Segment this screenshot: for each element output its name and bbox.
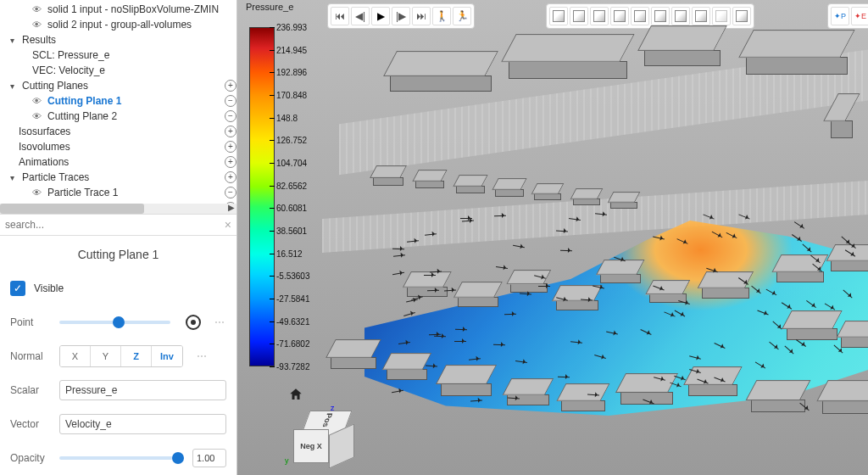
add-icon[interactable]: + — [225, 156, 236, 168]
tree-item-isosurfaces[interactable]: Isosurfaces+ — [3, 124, 236, 139]
velocity-arrow — [392, 248, 404, 249]
3d-viewport[interactable]: ⏮ ◀| ▶ |▶ ⏭ 🚶 🏃 ✦P ✦E Pressure_e 236.993… — [237, 0, 868, 475]
tree-item-cp1[interactable]: 👁Cutting Plane 1− — [3, 93, 236, 109]
hidden-icon: 👁 — [32, 187, 44, 198]
velocity-arrow — [429, 333, 441, 334]
building — [331, 339, 376, 369]
normal-y-button[interactable]: Y — [91, 346, 121, 366]
more-icon[interactable]: ⋯ — [197, 350, 209, 362]
caret-down-icon: ▾ — [10, 36, 19, 45]
remove-icon[interactable]: − — [225, 110, 236, 122]
building — [610, 192, 637, 209]
tree-item-vec[interactable]: VEC: Velocity_e — [3, 63, 236, 78]
building — [509, 34, 627, 79]
velocity-arrow — [392, 272, 404, 275]
normal-x-button[interactable]: X — [60, 346, 91, 366]
vector-row: Vector Velocity_e — [10, 407, 226, 441]
scene-tree: 👁solid 1 input - noSlipBoxVolume-ZMIN 👁s… — [0, 0, 236, 214]
velocity-arrow — [538, 286, 550, 287]
building — [534, 183, 561, 200]
velocity-arrow — [504, 313, 516, 314]
add-icon[interactable]: + — [225, 80, 236, 92]
tree-item-solid1[interactable]: 👁solid 1 input - noSlipBoxVolume-ZMIN — [3, 2, 236, 17]
velocity-arrow — [496, 266, 508, 269]
velocity-arrow — [392, 390, 403, 393]
tree-item-isovolumes[interactable]: Isovolumes+ — [3, 139, 236, 154]
remove-icon[interactable]: − — [225, 95, 236, 107]
building — [441, 365, 492, 396]
opacity-slider[interactable] — [59, 456, 184, 460]
more-icon[interactable]: ⋯ — [214, 316, 226, 328]
building — [649, 280, 687, 303]
tree-item-animations[interactable]: Animations+ — [3, 154, 236, 170]
building — [507, 378, 549, 405]
velocity-arrow — [494, 215, 506, 217]
properties-panel: Cutting Plane 1 ✓ Visible Point ⋯ Normal… — [0, 236, 236, 475]
tree-label: Cutting Plane 1 — [47, 95, 221, 107]
velocity-arrow — [424, 275, 436, 276]
tree-label: Particle Trace 1 — [47, 187, 221, 198]
point-slider[interactable] — [59, 321, 170, 324]
normal-label: Normal — [10, 350, 51, 362]
point-label: Point — [10, 316, 51, 328]
velocity-arrow — [460, 217, 472, 218]
tree-label: SCL: Pressure_e — [32, 49, 236, 61]
velocity-arrow — [560, 250, 572, 251]
tree-item-particle-traces[interactable]: ▾Particle Traces+ — [3, 170, 236, 185]
scalar-label: Scalar — [10, 384, 51, 396]
tree-label: Results — [22, 34, 236, 46]
building — [573, 188, 600, 205]
building — [600, 260, 641, 283]
axis-y-label: y — [285, 456, 289, 465]
building — [702, 271, 749, 299]
velocity-arrow — [393, 254, 405, 257]
search-input[interactable] — [5, 219, 225, 231]
visible-icon: 👁 — [32, 96, 44, 106]
horizontal-scrollbar[interactable]: ▶ — [0, 204, 236, 214]
axis-z-label: z — [331, 404, 335, 412]
velocity-arrow — [403, 312, 415, 316]
add-icon[interactable]: + — [225, 141, 236, 153]
opacity-value[interactable]: 1.00 — [192, 449, 226, 467]
building — [387, 353, 427, 380]
add-icon[interactable]: + — [225, 126, 236, 137]
vector-select[interactable]: Velocity_e — [59, 414, 226, 434]
building — [390, 51, 492, 92]
home-icon[interactable] — [288, 387, 303, 402]
tree-item-cp2[interactable]: 👁Cutting Plane 2− — [3, 109, 236, 124]
velocity-arrow — [513, 244, 525, 248]
tree-label: Cutting Planes — [22, 80, 221, 92]
remove-icon[interactable]: − — [225, 187, 236, 198]
opacity-row: Opacity 1.00 — [10, 441, 226, 475]
normal-z-button[interactable]: Z — [121, 346, 152, 366]
caret-down-icon: ▾ — [10, 173, 19, 182]
tree-item-results[interactable]: ▾Results — [3, 32, 236, 48]
add-icon[interactable]: + — [225, 171, 236, 183]
building — [822, 380, 868, 414]
tree-label: solid 1 input - noSlipBoxVolume-ZMIN — [47, 3, 236, 15]
vector-label: Vector — [10, 418, 51, 430]
scalar-row: Scalar Pressure_e — [10, 373, 226, 407]
tree-label: Animations — [19, 156, 221, 168]
scroll-right-icon[interactable]: ▶ — [228, 203, 235, 212]
sidebar: 👁solid 1 input - noSlipBoxVolume-ZMIN 👁s… — [0, 0, 237, 475]
visible-checkbox[interactable]: ✓ — [10, 281, 25, 296]
building — [415, 170, 444, 188]
hidden-icon: 👁 — [32, 4, 44, 14]
target-icon[interactable] — [186, 315, 201, 330]
search-row: × — [0, 214, 236, 236]
tree-item-pt1[interactable]: 👁Particle Trace 1− — [3, 185, 236, 200]
visible-label: Visible — [34, 282, 64, 294]
building — [456, 175, 485, 193]
building — [746, 30, 848, 75]
clear-search-icon[interactable]: × — [225, 218, 231, 232]
tree-item-scl[interactable]: SCL: Pressure_e — [3, 48, 236, 63]
building — [458, 282, 498, 307]
building — [751, 380, 805, 412]
normal-inv-button[interactable]: Inv — [152, 346, 182, 366]
tree-item-solid2[interactable]: 👁solid 2 input - group-all-volumes — [3, 17, 236, 32]
tree-item-cutting-planes[interactable]: ▾Cutting Planes+ — [3, 78, 236, 93]
navcube-front[interactable]: Neg X — [293, 429, 329, 463]
scalar-select[interactable]: Pressure_e — [59, 380, 226, 400]
navigation-cube[interactable]: Pos Z Neg X z y — [293, 411, 356, 468]
